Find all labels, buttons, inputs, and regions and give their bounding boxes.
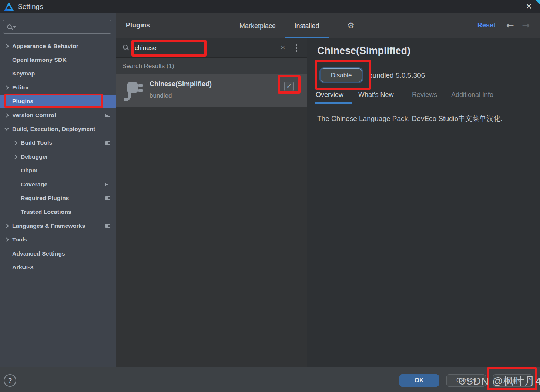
search-dropdown-icon[interactable] bbox=[13, 26, 16, 28]
plugin-detail-title: Chinese(Simplified) bbox=[317, 45, 410, 57]
settings-window: Settings × Appearance & BehaviorOpenHarm… bbox=[0, 0, 540, 392]
reset-link[interactable]: Reset bbox=[477, 21, 496, 29]
plugin-search-input[interactable] bbox=[135, 41, 275, 55]
sidebar-item-ohpm[interactable]: Ohpm bbox=[0, 164, 116, 178]
sidebar-item-editor[interactable]: Editor bbox=[0, 81, 116, 94]
sidebar-items: Appearance & BehaviorOpenHarmony SDKKeym… bbox=[0, 39, 116, 274]
back-arrow-icon[interactable]: ← bbox=[506, 20, 514, 31]
sidebar-item-label: OpenHarmony SDK bbox=[12, 57, 67, 63]
plugin-name: Chinese(Simplified) bbox=[150, 80, 212, 88]
chevron-right-icon[interactable] bbox=[4, 86, 9, 90]
plugin-list-item[interactable]: Chinese(Simplified) bundled ✓ bbox=[116, 74, 307, 107]
sidebar-item-label: Plugins bbox=[12, 98, 33, 105]
deveco-studio-logo bbox=[4, 2, 14, 11]
sidebar-item-required-plugins[interactable]: Required Plugins bbox=[0, 191, 116, 205]
sidebar-item-label: Required Plugins bbox=[21, 195, 69, 202]
search-results-header: Search Results (1) bbox=[116, 58, 307, 74]
window-title: Settings bbox=[18, 3, 43, 11]
sidebar-item-advanced-settings[interactable]: Advanced Settings bbox=[0, 247, 116, 260]
panel-marker-icon bbox=[105, 114, 110, 117]
sidebar-item-label: Build, Execution, Deployment bbox=[12, 126, 95, 132]
chevron-right-icon[interactable] bbox=[4, 44, 9, 48]
disable-button[interactable]: Disable bbox=[321, 68, 362, 82]
sidebar-item-keymap[interactable]: Keymap bbox=[0, 67, 116, 81]
tab-overview[interactable]: Overview bbox=[316, 91, 343, 99]
apply-button[interactable]: Apply bbox=[493, 374, 533, 387]
sidebar-item-label: Keymap bbox=[12, 70, 35, 77]
plugin-subtitle: bundled bbox=[150, 92, 172, 99]
chevron-right-icon[interactable] bbox=[13, 155, 17, 159]
sidebar-item-label: Version Control bbox=[12, 112, 56, 119]
sidebar-item-label: Editor bbox=[12, 84, 29, 91]
sidebar-item-label: Appearance & Behavior bbox=[12, 43, 78, 50]
sidebar-item-debugger[interactable]: Debugger bbox=[0, 150, 116, 163]
plugin-description: The Chinese Language Pack. DevEco Studio… bbox=[317, 114, 503, 124]
tab-whats-new[interactable]: What's New bbox=[358, 91, 393, 99]
plugin-enabled-checkbox[interactable]: ✓ bbox=[284, 82, 294, 91]
ok-button[interactable]: OK bbox=[399, 374, 439, 387]
sidebar-item-plugins[interactable]: Plugins bbox=[0, 95, 116, 108]
cancel-button[interactable]: Cancel bbox=[446, 374, 486, 387]
panel-marker-icon bbox=[105, 141, 110, 145]
kebab-menu-icon[interactable] bbox=[294, 44, 299, 53]
sidebar-item-build-tools[interactable]: Build Tools bbox=[0, 136, 116, 150]
tab-divider bbox=[307, 104, 540, 104]
sidebar-item-label: Coverage bbox=[21, 181, 47, 188]
tab-installed-underline bbox=[285, 37, 329, 38]
plugin-search-row: × bbox=[116, 38, 307, 58]
plugin-icon bbox=[124, 79, 144, 102]
gear-icon[interactable]: ⚙ bbox=[347, 21, 355, 30]
search-icon bbox=[123, 45, 128, 50]
sidebar-item-arkui-x[interactable]: ArkUI-X bbox=[0, 260, 116, 274]
chevron-down-icon[interactable] bbox=[4, 126, 9, 131]
sidebar-item-label: Debugger bbox=[21, 153, 48, 160]
sidebar-item-label: Tools bbox=[12, 236, 27, 243]
chevron-right-icon[interactable] bbox=[4, 224, 9, 228]
titlebar: Settings × bbox=[0, 0, 540, 13]
tab-installed[interactable]: Installed bbox=[285, 13, 329, 38]
plugin-detail-panel: Chinese(Simplified) Disable bundled 5.0.… bbox=[307, 38, 540, 367]
sidebar-item-version-control[interactable]: Version Control bbox=[0, 108, 116, 122]
settings-sidebar: Appearance & BehaviorOpenHarmony SDKKeym… bbox=[0, 13, 116, 367]
chevron-right-icon[interactable] bbox=[13, 141, 17, 145]
tab-reviews[interactable]: Reviews bbox=[412, 91, 437, 99]
close-icon[interactable]: × bbox=[521, 0, 537, 13]
sidebar-item-label: Languages & Frameworks bbox=[12, 223, 85, 229]
plugin-version-text: bundled 5.0.5.306 bbox=[369, 71, 425, 80]
panel-marker-icon bbox=[105, 196, 110, 200]
panel-marker-icon bbox=[105, 224, 110, 228]
dialog-footer: ? OK Cancel Apply bbox=[0, 367, 540, 392]
help-icon[interactable]: ? bbox=[4, 374, 16, 387]
chevron-right-icon[interactable] bbox=[4, 238, 9, 242]
sidebar-item-build-execution-deployment[interactable]: Build, Execution, Deployment bbox=[0, 122, 116, 136]
search-icon bbox=[7, 24, 12, 29]
page-title: Plugins bbox=[126, 21, 150, 29]
plugins-header: Plugins Marketplace Installed ⚙ Reset ← … bbox=[116, 13, 540, 38]
sidebar-item-label: ArkUI-X bbox=[12, 264, 34, 271]
tab-additional-info[interactable]: Additional Info bbox=[451, 91, 493, 99]
sidebar-item-coverage[interactable]: Coverage bbox=[0, 178, 116, 191]
sidebar-item-label: Ohpm bbox=[21, 167, 38, 174]
settings-search-input[interactable] bbox=[16, 24, 111, 30]
panel-marker-icon bbox=[105, 183, 110, 186]
plugin-list-panel: × Search Results (1) Chinese(Simplified)… bbox=[116, 38, 307, 367]
sidebar-item-openharmony-sdk[interactable]: OpenHarmony SDK bbox=[0, 53, 116, 67]
forward-arrow-icon[interactable]: → bbox=[522, 20, 530, 31]
sidebar-item-trusted-locations[interactable]: Trusted Locations bbox=[0, 205, 116, 219]
sidebar-item-appearance-behavior[interactable]: Appearance & Behavior bbox=[0, 39, 116, 53]
clear-search-icon[interactable]: × bbox=[281, 43, 285, 52]
tab-marketplace[interactable]: Marketplace bbox=[237, 13, 278, 38]
sidebar-item-languages-frameworks[interactable]: Languages & Frameworks bbox=[0, 219, 116, 233]
sidebar-item-label: Trusted Locations bbox=[21, 209, 71, 215]
chevron-right-icon[interactable] bbox=[4, 113, 9, 117]
sidebar-item-label: Build Tools bbox=[21, 139, 52, 146]
sidebar-item-tools[interactable]: Tools bbox=[0, 233, 116, 246]
settings-search-box[interactable] bbox=[3, 20, 111, 34]
sidebar-item-label: Advanced Settings bbox=[12, 250, 65, 257]
